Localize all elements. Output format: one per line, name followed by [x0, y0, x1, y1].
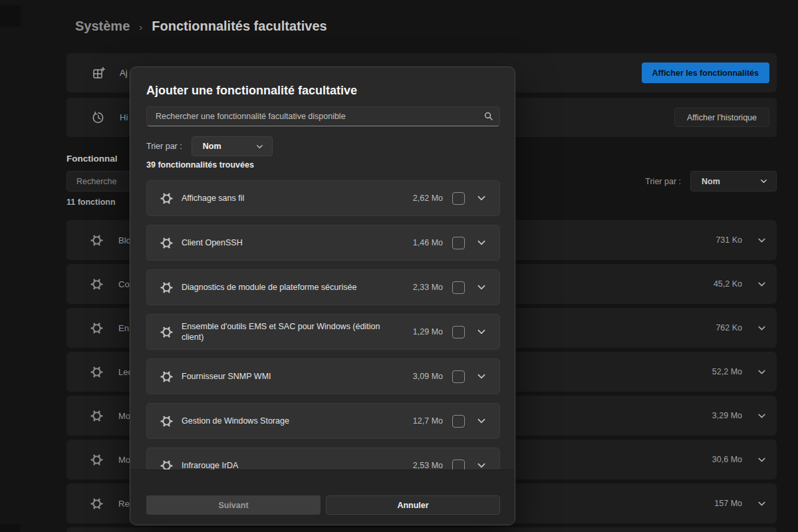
search-icon[interactable] [483, 111, 493, 121]
feature-size: 1,46 Mo [413, 238, 443, 247]
available-feature-list: Affichage sans fil 2,62 Mo [146, 180, 500, 471]
dialog-sort: Trier par : Nom [146, 136, 273, 156]
feature-name: Gestion de Windows Storage [182, 416, 289, 426]
chevron-down-icon[interactable] [476, 237, 487, 248]
feature-gear-icon [160, 192, 173, 205]
available-feature-row[interactable]: Gestion de Windows Storage 12,7 Mo [146, 403, 500, 439]
chevron-down-icon[interactable] [757, 235, 767, 245]
available-feature-row[interactable]: Client OpenSSH 1,46 Mo [146, 225, 500, 261]
feature-gear-icon [90, 497, 103, 510]
installed-feature-size: 731 Ko [716, 235, 742, 245]
next-button[interactable]: Suivant [146, 495, 321, 515]
installed-feature-name: Re [118, 499, 130, 509]
window-edge-artifact-top [0, 5, 21, 27]
feature-gear-icon [90, 278, 103, 291]
history-icon [92, 111, 105, 124]
feature-gear-icon [160, 370, 173, 383]
dialog-sort-dropdown[interactable]: Nom [192, 136, 273, 156]
dialog-title: Ajouter une fonctionnalité facultative [146, 84, 357, 98]
feature-name: Ensemble d'outils EMS et SAC pour Window… [182, 321, 388, 343]
available-feature-row[interactable]: Diagnostics de module de plateforme sécu… [146, 269, 500, 305]
dialog-sort-label: Trier par : [146, 142, 182, 151]
grid-plus-icon [92, 66, 105, 80]
installed-section-title: Fonctionnal [66, 154, 118, 164]
available-feature-row[interactable]: Ensemble d'outils EMS et SAC pour Window… [146, 314, 500, 350]
dialog-results-count: 39 fonctionnalités trouvées [146, 160, 254, 170]
installed-count: 11 fonctionn [66, 198, 116, 207]
feature-checkbox[interactable] [452, 192, 465, 205]
installed-feature-size: 45,2 Ko [714, 279, 742, 289]
chevron-down-icon [759, 177, 768, 186]
installed-sort-dropdown[interactable]: Nom [690, 171, 777, 192]
installed-feature-name: En [118, 323, 129, 333]
installed-feature-size: 3,29 Mo [712, 411, 742, 420]
feature-checkbox[interactable] [452, 326, 465, 338]
feature-gear-icon [160, 415, 173, 428]
chevron-down-icon[interactable] [757, 279, 767, 289]
installed-feature-size: 30,6 Mo [712, 455, 742, 464]
window-edge-artifact-bottom [0, 524, 20, 532]
chevron-down-icon[interactable] [757, 411, 767, 421]
feature-name: Affichage sans fil [182, 193, 244, 203]
feature-gear-icon [90, 410, 103, 422]
feature-size: 2,33 Mo [413, 283, 443, 292]
installed-feature-name: Blo [118, 235, 131, 245]
page-title: Fonctionnalités facultatives [152, 19, 327, 34]
installed-feature-name: Mo [118, 455, 130, 465]
history-label: Hi [120, 112, 128, 122]
chevron-down-icon[interactable] [757, 499, 767, 509]
feature-name: Diagnostics de module de plateforme sécu… [182, 282, 356, 293]
feature-size: 2,53 Mo [413, 461, 443, 470]
breadcrumb: Système › Fonctionnalités facultatives [75, 19, 327, 34]
installed-sort: Trier par : Nom [645, 171, 777, 192]
dialog-sort-value: Nom [203, 142, 221, 151]
available-feature-row[interactable]: Affichage sans fil 2,62 Mo [146, 180, 500, 216]
add-feature-label: Aj [120, 68, 128, 78]
feature-gear-icon [90, 322, 103, 334]
feature-gear-icon [160, 281, 173, 294]
chevron-down-icon[interactable] [476, 416, 487, 426]
available-feature-row[interactable]: Fournisseur SNMP WMI 3,09 Mo [146, 358, 500, 394]
chevron-down-icon[interactable] [476, 282, 487, 293]
feature-checkbox[interactable] [452, 237, 465, 249]
feature-gear-icon [90, 366, 103, 378]
feature-gear-icon [90, 454, 103, 466]
available-feature-row[interactable]: Infrarouge IrDA 2,53 Mo [146, 448, 500, 471]
breadcrumb-chevron-icon: › [139, 20, 142, 33]
installed-feature-row-partial[interactable] [66, 527, 777, 532]
installed-feature-size: 52,2 Mo [712, 367, 742, 376]
chevron-down-icon[interactable] [757, 323, 767, 333]
feature-search-input[interactable] [146, 106, 500, 126]
chevron-down-icon [255, 142, 264, 151]
dialog-footer: Suivant Annuler [130, 469, 515, 525]
chevron-down-icon[interactable] [476, 371, 487, 382]
feature-size: 12,7 Mo [413, 416, 443, 426]
installed-sort-label: Trier par : [645, 177, 681, 186]
installed-feature-name: Mo [118, 411, 130, 421]
show-history-button[interactable]: Afficher l'historique [674, 108, 769, 127]
feature-checkbox[interactable] [452, 370, 465, 383]
cancel-button[interactable]: Annuler [326, 495, 500, 515]
installed-feature-size: 762 Ko [716, 323, 742, 332]
chevron-down-icon[interactable] [476, 193, 487, 203]
feature-name: Client OpenSSH [182, 237, 243, 248]
feature-size: 1,29 Mo [413, 327, 443, 336]
feature-checkbox[interactable] [452, 415, 465, 428]
feature-gear-icon [90, 234, 103, 247]
feature-size: 2,62 Mo [413, 194, 443, 203]
feature-gear-icon [160, 237, 173, 249]
feature-checkbox[interactable] [452, 281, 465, 294]
add-optional-feature-dialog: Ajouter une fonctionnalité facultative T… [130, 66, 515, 525]
chevron-down-icon[interactable] [476, 327, 487, 337]
installed-feature-name: Co [118, 279, 130, 289]
installed-sort-value: Nom [702, 177, 720, 186]
feature-name: Fournisseur SNMP WMI [182, 371, 271, 382]
feature-gear-icon [160, 326, 173, 338]
show-features-button[interactable]: Afficher les fonctionnalités [642, 63, 769, 83]
breadcrumb-system[interactable]: Système [75, 19, 130, 34]
feature-size: 3,09 Mo [413, 372, 443, 381]
chevron-down-icon[interactable] [757, 455, 767, 465]
installed-feature-size: 157 Mo [714, 499, 742, 508]
chevron-down-icon[interactable] [757, 367, 767, 377]
